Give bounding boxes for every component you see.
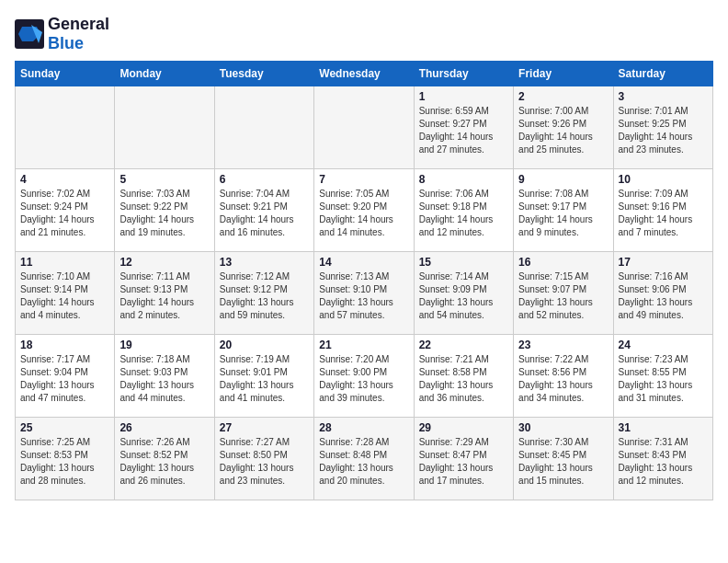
calendar-cell: 16Sunrise: 7:15 AM Sunset: 9:07 PM Dayli… — [514, 252, 613, 335]
day-info: Sunrise: 7:13 AM Sunset: 9:10 PM Dayligh… — [319, 270, 408, 322]
day-number: 25 — [20, 421, 109, 434]
day-number: 26 — [119, 421, 209, 434]
header-monday: Monday — [115, 62, 214, 86]
calendar-week-row: 25Sunrise: 7:25 AM Sunset: 8:53 PM Dayli… — [16, 418, 713, 500]
calendar-cell: 10Sunrise: 7:09 AM Sunset: 9:16 PM Dayli… — [613, 169, 712, 252]
day-info: Sunrise: 7:01 AM Sunset: 9:25 PM Dayligh… — [619, 105, 708, 156]
logo-general: General — [48, 15, 109, 33]
calendar-cell: 29Sunrise: 7:29 AM Sunset: 8:47 PM Dayli… — [414, 418, 513, 500]
calendar-cell: 23Sunrise: 7:22 AM Sunset: 8:56 PM Dayli… — [514, 335, 613, 418]
day-info: Sunrise: 7:09 AM Sunset: 9:16 PM Dayligh… — [619, 188, 708, 239]
day-number: 8 — [419, 173, 508, 186]
day-info: Sunrise: 7:20 AM Sunset: 9:00 PM Dayligh… — [319, 353, 408, 405]
calendar-cell — [214, 86, 313, 169]
calendar-cell: 7Sunrise: 7:05 AM Sunset: 9:20 PM Daylig… — [314, 169, 414, 252]
day-info: Sunrise: 7:22 AM Sunset: 8:56 PM Dayligh… — [518, 353, 608, 405]
calendar-cell: 22Sunrise: 7:21 AM Sunset: 8:58 PM Dayli… — [414, 335, 513, 418]
day-number: 14 — [319, 256, 408, 269]
day-number: 17 — [619, 256, 708, 269]
calendar-header-row: SundayMondayTuesdayWednesdayThursdayFrid… — [16, 62, 713, 86]
day-info: Sunrise: 7:10 AM Sunset: 9:14 PM Dayligh… — [20, 270, 109, 322]
calendar-cell — [314, 86, 414, 169]
calendar-cell: 14Sunrise: 7:13 AM Sunset: 9:10 PM Dayli… — [314, 252, 414, 335]
calendar-cell: 24Sunrise: 7:23 AM Sunset: 8:55 PM Dayli… — [613, 335, 712, 418]
day-info: Sunrise: 7:21 AM Sunset: 8:58 PM Dayligh… — [419, 353, 508, 405]
day-number: 5 — [119, 173, 209, 186]
header-thursday: Thursday — [414, 62, 513, 86]
day-number: 21 — [319, 339, 408, 351]
day-info: Sunrise: 7:31 AM Sunset: 8:43 PM Dayligh… — [619, 436, 708, 488]
day-info: Sunrise: 7:11 AM Sunset: 9:13 PM Dayligh… — [119, 270, 209, 322]
day-info: Sunrise: 7:18 AM Sunset: 9:03 PM Dayligh… — [119, 353, 209, 405]
day-info: Sunrise: 7:17 AM Sunset: 9:04 PM Dayligh… — [20, 353, 109, 405]
day-number: 19 — [119, 339, 209, 351]
day-number: 28 — [319, 421, 408, 434]
calendar-table: SundayMondayTuesdayWednesdayThursdayFrid… — [15, 61, 713, 500]
calendar-cell: 20Sunrise: 7:19 AM Sunset: 9:01 PM Dayli… — [214, 335, 313, 418]
day-info: Sunrise: 7:08 AM Sunset: 9:17 PM Dayligh… — [518, 188, 608, 239]
day-info: Sunrise: 7:29 AM Sunset: 8:47 PM Dayligh… — [419, 436, 508, 488]
day-number: 30 — [518, 421, 608, 434]
day-number: 2 — [518, 90, 608, 103]
calendar-cell: 15Sunrise: 7:14 AM Sunset: 9:09 PM Dayli… — [414, 252, 513, 335]
day-info: Sunrise: 7:04 AM Sunset: 9:21 PM Dayligh… — [220, 188, 309, 239]
day-number: 6 — [220, 173, 309, 186]
day-number: 3 — [619, 90, 708, 103]
day-info: Sunrise: 7:16 AM Sunset: 9:06 PM Dayligh… — [619, 270, 708, 322]
day-info: Sunrise: 7:14 AM Sunset: 9:09 PM Dayligh… — [419, 270, 508, 322]
day-info: Sunrise: 7:15 AM Sunset: 9:07 PM Dayligh… — [518, 270, 608, 322]
header-friday: Friday — [514, 62, 613, 86]
day-info: Sunrise: 6:59 AM Sunset: 9:27 PM Dayligh… — [419, 105, 508, 156]
calendar-cell: 19Sunrise: 7:18 AM Sunset: 9:03 PM Dayli… — [115, 335, 214, 418]
day-info: Sunrise: 7:23 AM Sunset: 8:55 PM Dayligh… — [619, 353, 708, 405]
day-info: Sunrise: 7:25 AM Sunset: 8:53 PM Dayligh… — [20, 436, 109, 488]
day-info: Sunrise: 7:30 AM Sunset: 8:45 PM Dayligh… — [518, 436, 608, 488]
calendar-cell: 8Sunrise: 7:06 AM Sunset: 9:18 PM Daylig… — [414, 169, 513, 252]
day-info: Sunrise: 7:28 AM Sunset: 8:48 PM Dayligh… — [319, 436, 408, 488]
calendar-cell: 26Sunrise: 7:26 AM Sunset: 8:52 PM Dayli… — [115, 418, 214, 500]
logo-blue: Blue — [48, 34, 84, 52]
day-info: Sunrise: 7:05 AM Sunset: 9:20 PM Dayligh… — [319, 188, 408, 239]
calendar-cell: 27Sunrise: 7:27 AM Sunset: 8:50 PM Dayli… — [214, 418, 313, 500]
day-number: 10 — [619, 173, 708, 186]
day-number: 12 — [119, 256, 209, 269]
calendar-week-row: 1Sunrise: 6:59 AM Sunset: 9:27 PM Daylig… — [16, 86, 713, 169]
day-number: 16 — [518, 256, 608, 269]
calendar-cell: 25Sunrise: 7:25 AM Sunset: 8:53 PM Dayli… — [16, 418, 115, 500]
calendar-cell: 11Sunrise: 7:10 AM Sunset: 9:14 PM Dayli… — [16, 252, 115, 335]
calendar-cell: 9Sunrise: 7:08 AM Sunset: 9:17 PM Daylig… — [514, 169, 613, 252]
day-info: Sunrise: 7:03 AM Sunset: 9:22 PM Dayligh… — [119, 188, 209, 239]
calendar-cell: 28Sunrise: 7:28 AM Sunset: 8:48 PM Dayli… — [314, 418, 414, 500]
calendar-cell: 30Sunrise: 7:30 AM Sunset: 8:45 PM Dayli… — [514, 418, 613, 500]
calendar-cell: 4Sunrise: 7:02 AM Sunset: 9:24 PM Daylig… — [16, 169, 115, 252]
calendar-cell — [115, 86, 214, 169]
calendar-week-row: 18Sunrise: 7:17 AM Sunset: 9:04 PM Dayli… — [16, 335, 713, 418]
day-number: 20 — [220, 339, 309, 351]
day-number: 9 — [518, 173, 608, 186]
header-wednesday: Wednesday — [314, 62, 414, 86]
day-number: 29 — [419, 421, 508, 434]
calendar-cell: 6Sunrise: 7:04 AM Sunset: 9:21 PM Daylig… — [214, 169, 313, 252]
calendar-cell: 21Sunrise: 7:20 AM Sunset: 9:00 PM Dayli… — [314, 335, 414, 418]
day-number: 22 — [419, 339, 508, 351]
day-info: Sunrise: 7:06 AM Sunset: 9:18 PM Dayligh… — [419, 188, 508, 239]
day-number: 7 — [319, 173, 408, 186]
day-number: 15 — [419, 256, 508, 269]
day-number: 31 — [619, 421, 708, 434]
day-number: 1 — [419, 90, 508, 103]
header-tuesday: Tuesday — [214, 62, 313, 86]
logo-icon — [15, 19, 44, 49]
day-info: Sunrise: 7:26 AM Sunset: 8:52 PM Dayligh… — [119, 436, 209, 488]
page-header: General Blue — [15, 15, 713, 53]
day-number: 11 — [20, 256, 109, 269]
calendar-cell: 31Sunrise: 7:31 AM Sunset: 8:43 PM Dayli… — [613, 418, 712, 500]
calendar-week-row: 4Sunrise: 7:02 AM Sunset: 9:24 PM Daylig… — [16, 169, 713, 252]
day-number: 27 — [220, 421, 309, 434]
day-number: 13 — [220, 256, 309, 269]
calendar-cell: 18Sunrise: 7:17 AM Sunset: 9:04 PM Dayli… — [16, 335, 115, 418]
calendar-week-row: 11Sunrise: 7:10 AM Sunset: 9:14 PM Dayli… — [16, 252, 713, 335]
day-number: 23 — [518, 339, 608, 351]
calendar-cell: 2Sunrise: 7:00 AM Sunset: 9:26 PM Daylig… — [514, 86, 613, 169]
calendar-cell: 1Sunrise: 6:59 AM Sunset: 9:27 PM Daylig… — [414, 86, 513, 169]
calendar-cell — [16, 86, 115, 169]
